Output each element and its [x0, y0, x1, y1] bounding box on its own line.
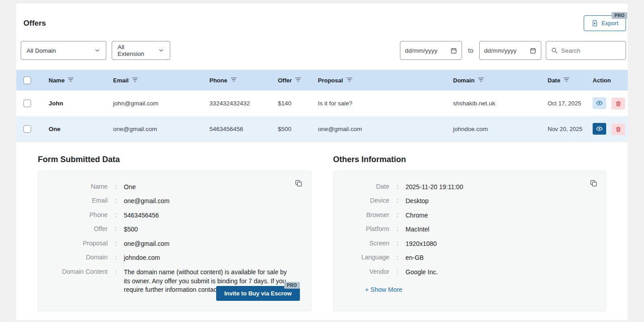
field-row: Date : 2025-11-20 19:11:00: [345, 183, 595, 192]
cell-action: [590, 91, 628, 116]
cell-offer: $140: [275, 91, 315, 116]
domain-filter-select[interactable]: All Domain: [21, 41, 106, 60]
filter-icon[interactable]: [563, 77, 570, 84]
view-button[interactable]: [593, 123, 606, 135]
escrow-button-label: Invite to Buy via Escrow: [224, 290, 292, 297]
filter-icon[interactable]: [68, 77, 74, 84]
export-button[interactable]: PRO Export: [584, 15, 626, 31]
show-more-link[interactable]: + Show More: [365, 286, 403, 293]
cell-offer: $500: [275, 116, 315, 142]
column-header-proposal[interactable]: Proposal: [315, 70, 450, 91]
column-header-date[interactable]: Date: [545, 70, 590, 91]
offers-panel: Offers PRO Export All Domain All Extensi…: [16, 4, 628, 320]
field-row: Offer : $500: [49, 225, 300, 234]
column-header-offer[interactable]: Offer: [275, 70, 315, 91]
field-label: Domain Content: [49, 268, 108, 275]
calendar-icon: [530, 47, 536, 54]
search-icon: [551, 47, 558, 54]
field-row: Email : one@gmail.com: [49, 197, 300, 206]
field-row: Phone : 5463456456: [49, 211, 300, 220]
chevron-down-icon: [94, 47, 100, 54]
extension-filter-value: All Extension: [118, 44, 150, 57]
field-label: Domain: [49, 254, 108, 261]
eye-icon: [596, 125, 603, 132]
export-label: Export: [601, 20, 618, 27]
field-value: Chrome: [406, 211, 595, 220]
form-data-card: Name : One Email : one@gmail.com Phone :…: [38, 171, 311, 311]
field-separator: :: [113, 225, 118, 232]
filter-icon[interactable]: [478, 77, 484, 84]
chevron-down-icon: [158, 47, 164, 54]
table-row[interactable]: One one@gmail.com 5463456456 $500 one@gm…: [16, 116, 628, 142]
field-row: Screen : 1920x1080: [345, 240, 595, 249]
column-header-name[interactable]: Name: [46, 70, 110, 91]
select-all-checkbox[interactable]: [23, 77, 31, 84]
field-row: Vendor : Google Inc.: [345, 268, 595, 277]
search-input[interactable]: [561, 47, 621, 54]
column-header-domain[interactable]: Domain: [450, 70, 545, 91]
field-separator: :: [395, 254, 400, 261]
date-to-value: dd/mm/yyyy: [484, 47, 517, 54]
field-label: Browser: [345, 211, 390, 218]
field-label: Name: [49, 183, 108, 190]
view-button[interactable]: [593, 97, 606, 109]
cell-email: one@gmail.com: [110, 116, 207, 142]
trash-icon: [615, 126, 621, 132]
field-row: Domain : johndoe.com: [49, 254, 300, 263]
row-select-cell: [16, 91, 46, 116]
trash-icon: [615, 100, 621, 107]
date-search-filters: dd/mm/yyyy to dd/mm/yyyy: [400, 41, 626, 60]
filter-icon[interactable]: [132, 77, 138, 84]
row-checkbox[interactable]: [23, 125, 31, 133]
escrow-button[interactable]: PRO Invite to Buy via Escrow: [216, 286, 300, 301]
delete-button[interactable]: [612, 98, 625, 109]
pro-badge: PRO: [284, 282, 300, 289]
page-title: Offers: [23, 19, 46, 28]
field-label: Email: [49, 197, 108, 204]
column-header-email[interactable]: Email: [110, 70, 207, 91]
field-label: Screen: [345, 240, 390, 247]
offers-table: Name Email Phone Offer Proposal Domain D…: [16, 70, 628, 142]
date-to-input[interactable]: dd/mm/yyyy: [479, 41, 541, 60]
field-value: $500: [124, 225, 300, 234]
filter-icon[interactable]: [346, 77, 353, 84]
delete-button[interactable]: [612, 123, 625, 135]
copy-button[interactable]: [294, 178, 304, 190]
copy-icon: [590, 179, 598, 187]
field-separator: :: [113, 183, 118, 190]
cell-name: John: [46, 91, 110, 116]
field-value: Google Inc.: [406, 268, 595, 277]
field-separator: :: [395, 225, 400, 232]
cell-phone: 332432432432: [207, 91, 275, 116]
field-label: Vendor: [345, 268, 390, 275]
field-separator: :: [113, 240, 118, 247]
field-value: 5463456456: [124, 211, 300, 220]
filter-icon[interactable]: [295, 77, 301, 84]
field-separator: :: [395, 183, 400, 190]
cell-date: Nov 20, 2025: [545, 116, 590, 142]
filter-bar: All Domain All Extension dd/mm/yyyy to d…: [16, 31, 628, 60]
filter-icon[interactable]: [231, 77, 237, 84]
calendar-icon: [450, 47, 457, 54]
form-data-title: Form Submitted Data: [38, 155, 311, 164]
extension-filter-select[interactable]: All Extension: [112, 41, 170, 60]
others-info-column: Others Information Date : 2025-11-20 19:…: [333, 142, 607, 311]
cell-email: john@gmail.com: [110, 91, 207, 116]
search-box: [546, 41, 626, 60]
row-checkbox[interactable]: [23, 100, 31, 107]
field-separator: :: [113, 211, 118, 218]
date-from-input[interactable]: dd/mm/yyyy: [400, 41, 462, 60]
field-value: Desktop: [406, 197, 595, 206]
others-fields-list: Date : 2025-11-20 19:11:00 Device : Desk…: [345, 183, 595, 277]
eye-icon: [596, 100, 603, 107]
column-header-phone[interactable]: Phone: [207, 70, 275, 91]
copy-icon: [295, 179, 303, 187]
copy-button[interactable]: [589, 178, 599, 190]
field-value: MacIntel: [406, 225, 595, 234]
field-row: Name : One: [49, 183, 300, 192]
row-select-cell: [16, 116, 46, 142]
field-label: Language: [345, 254, 390, 261]
field-value: 2025-11-20 19:11:00: [406, 183, 595, 192]
table-header-row: Name Email Phone Offer Proposal Domain D…: [16, 70, 628, 91]
table-row[interactable]: John john@gmail.com 332432432432 $140 Is…: [16, 91, 628, 116]
